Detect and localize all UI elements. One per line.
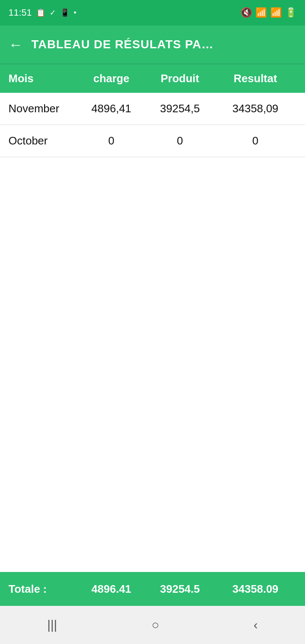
app-bar: ← TABLEAU DE RÉSULATS PA… <box>0 25 305 64</box>
footer-produit: 39254.5 <box>146 583 214 596</box>
nav-bar: ||| ○ ‹ <box>0 606 305 644</box>
cell-produit-2: 0 <box>146 134 214 147</box>
header-produit: Produit <box>146 72 214 85</box>
status-bar-left: 11:51 📋 ✓ 📱 • <box>8 7 76 18</box>
status-icon-3: 📱 <box>60 8 69 17</box>
status-time: 11:51 <box>8 7 32 18</box>
cell-mois-2: October <box>8 134 77 147</box>
header-mois: Mois <box>8 72 77 85</box>
footer-label: Totale : <box>8 583 77 596</box>
cell-produit-1: 39254,5 <box>146 102 214 115</box>
nav-home-button[interactable]: ○ <box>139 613 172 636</box>
nav-menu-button[interactable]: ||| <box>34 613 69 636</box>
table-row: November 4896,41 39254,5 34358,09 <box>0 93 305 125</box>
signal-icon: 📶 <box>270 7 282 18</box>
status-bar-right: 🔇 📶 📶 🔋 <box>241 7 297 18</box>
status-icon-1: 📋 <box>36 8 45 17</box>
status-dot: • <box>74 8 76 17</box>
wifi-icon: 📶 <box>255 7 267 18</box>
cell-resultat-2: 0 <box>214 134 297 147</box>
table-content: November 4896,41 39254,5 34358,09 Octobe… <box>0 93 305 572</box>
table-header: Mois charge Produit Resultat <box>0 64 305 93</box>
footer-total-bar: Totale : 4896.41 39254.5 34358.09 <box>0 572 305 606</box>
cell-charge-1: 4896,41 <box>77 102 146 115</box>
battery-icon: 🔋 <box>285 7 297 18</box>
header-charge: charge <box>77 72 146 85</box>
cell-resultat-1: 34358,09 <box>214 102 297 115</box>
mute-icon: 🔇 <box>241 7 252 18</box>
status-icon-2: ✓ <box>50 8 56 17</box>
footer-resultat: 34358.09 <box>214 583 297 596</box>
page-title: TABLEAU DE RÉSULATS PA… <box>31 38 214 51</box>
table-row: October 0 0 0 <box>0 125 305 157</box>
back-button[interactable]: ← <box>8 37 23 52</box>
cell-mois-1: November <box>8 102 77 115</box>
status-bar: 11:51 📋 ✓ 📱 • 🔇 📶 📶 🔋 <box>0 0 305 25</box>
header-resultat: Resultat <box>214 72 297 85</box>
nav-back-button[interactable]: ‹ <box>241 613 271 636</box>
cell-charge-2: 0 <box>77 134 146 147</box>
footer-charge: 4896.41 <box>77 583 146 596</box>
